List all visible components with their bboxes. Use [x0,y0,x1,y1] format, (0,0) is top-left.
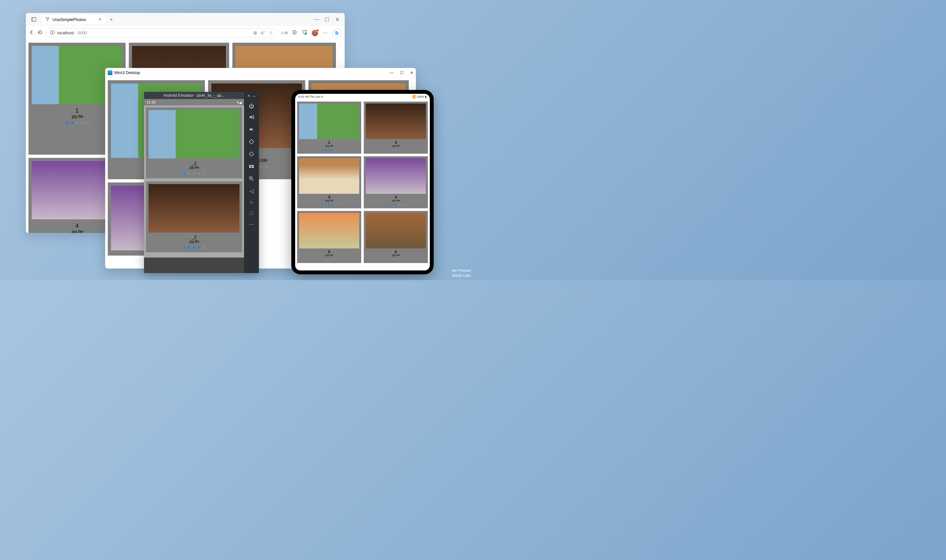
browser-titlebar: UnoSimplePhotos ✕ ＋ — ☐ ✕ [26,13,345,26]
photo-tile[interactable]: 3 .jpg file ★★★★☆ [297,156,361,208]
rating[interactable]: ☆☆☆☆☆ [299,258,359,261]
maximize-button[interactable]: ☐ [325,17,329,23]
rating[interactable]: ★☆☆☆☆ [149,171,239,176]
power-icon[interactable]: ⏻ [249,103,254,109]
android-emulator: Android Emulator - pixel_3a_-_ap... 11:4… [144,92,259,273]
photo-tile[interactable]: 2 .jpg file ★☆☆☆☆ [364,102,428,154]
ipad-screen: 9:53 AM Thu Jun 8 📶 100% ▮ 1 .jpg file ★… [295,94,430,271]
photo-title: 1 [299,140,359,144]
winui-title: WinUI Desktop [114,71,140,75]
minimize-button[interactable]: — [314,17,319,23]
tab-close-icon[interactable]: ✕ [99,17,102,22]
tab-title: UnoSimplePhotos [52,17,86,22]
ipad-time: 9:53 AM Thu Jun 8 [298,95,323,98]
photo-sub: .jpg file [299,199,359,202]
svg-rect-2 [46,17,48,19]
winui-titlebar: WinUI Desktop — ☐ ✕ [105,68,416,78]
photo-title: 5 [299,250,359,254]
rating[interactable]: ★★★★☆ [149,245,239,250]
photo-tile[interactable]: _2 .jpg file ★★★★☆ [146,182,242,252]
photo-tile[interactable]: 5 .jpg file ☆☆☆☆☆ [297,211,361,263]
volume-up-icon[interactable] [248,114,254,121]
android-statusbar: 11:42 ▾◢ [144,99,244,105]
android-content: _1 .jpg file ★☆☆☆☆ _2 .jpg file ★★★★☆ [144,105,244,257]
back-button[interactable] [29,30,34,36]
photo-tile[interactable]: _1 .jpg file ★☆☆☆☆ [146,108,242,178]
volume-down-icon[interactable] [248,126,254,134]
photo-tile[interactable]: 1 .jpg file ★★★★☆ [297,102,361,154]
ipad-grid: 1 .jpg file ★★★★☆ 2 .jpg file ★☆☆☆☆ 3 .j… [297,102,428,263]
site-info-icon[interactable] [50,30,55,35]
photo-sub: .jpg file [366,144,426,147]
photo-thumb [299,103,359,139]
extensions-icon[interactable]: ⊞ [253,31,257,35]
rating[interactable]: ★★★☆☆ [366,203,426,206]
svg-line-17 [252,179,253,180]
emu-close-button[interactable]: ✕ [247,94,250,98]
photo-title: 4 [366,195,426,199]
photo-thumb [299,158,359,194]
photo-title: _1 [149,160,239,166]
heartbeat-icon[interactable] [302,30,307,36]
favorite-icon[interactable]: ☆ [269,31,273,35]
photo-thumb [366,213,426,248]
bing-button[interactable]: b [332,28,341,37]
read-aloud-icon[interactable]: A» [261,31,265,35]
profile-avatar[interactable] [312,30,318,36]
photo-sub: .jpg file [299,254,359,257]
photo-title: 6 [366,250,426,254]
back-nav-icon[interactable]: ◁ [250,188,253,194]
svg-rect-7 [52,32,52,34]
ipad-device: 9:53 AM Thu Jun 8 📶 100% ▮ 1 .jpg file ★… [291,90,434,274]
sidebar-toggle-icon[interactable] [30,15,37,23]
photo-thumb [299,213,359,248]
photo-tile[interactable]: 4 .jpg file ★★★☆☆ [364,156,428,208]
android-device: Android Emulator - pixel_3a_-_ap... 11:4… [144,92,244,273]
photo-sub: .jpg file [366,199,426,202]
menu-icon[interactable]: ⋯ [323,30,328,36]
uno-favicon-icon [45,17,50,22]
svg-rect-3 [48,17,49,19]
overview-nav-icon[interactable]: □ [250,210,253,216]
url-host: localhost [57,31,74,35]
photo-sub: .jpg file [149,240,239,243]
camera-icon[interactable] [248,163,254,171]
ipad-statusbar: 9:53 AM Thu Jun 8 📶 100% ▮ [295,94,430,100]
home-nav-icon[interactable]: ○ [250,199,253,205]
photo-sub: .jpg file [149,166,239,169]
photo-tile[interactable]: 6 .jpg file ☆☆☆☆☆ [364,211,428,263]
more-icon[interactable]: ⋯ [249,221,254,228]
android-emu-sidebar: ✕ — ⏻ ◁ ○ □ ⋯ [244,92,259,273]
android-clock: 11:42 [146,100,156,104]
emu-minimize-button[interactable]: — [252,94,256,98]
browser-toolbar: localhost:5000 ⊞ A» ☆ ☆≡ ⋯ b [26,26,345,40]
rotate-left-icon[interactable] [248,139,254,146]
collections-icon[interactable] [292,30,297,36]
url-port: :5000 [76,31,87,35]
photo-thumb [366,158,426,194]
close-window-button[interactable]: ✕ [335,17,339,23]
new-tab-button[interactable]: ＋ [109,16,114,23]
zoom-icon[interactable] [248,176,254,183]
svg-point-15 [251,166,252,167]
rating[interactable]: ★★★★☆ [299,149,359,152]
maximize-button[interactable]: ☐ [400,71,404,75]
close-window-button[interactable]: ✕ [410,71,413,75]
address-bar[interactable]: localhost:5000 ⊞ A» ☆ [46,28,277,38]
favorites-bar-icon[interactable]: ☆≡ [280,30,288,36]
browser-tab[interactable]: UnoSimplePhotos ✕ [42,15,105,24]
android-status-icons: ▾◢ [237,100,242,105]
rating[interactable]: ☆☆☆☆☆ [366,258,426,261]
svg-rect-0 [31,17,36,22]
rating[interactable]: ★★★★☆ [299,203,359,206]
rotate-right-icon[interactable] [248,151,254,158]
android-emu-title: Android Emulator - pixel_3a_-_ap... [144,92,244,99]
rating[interactable]: ★☆☆☆☆ [366,149,426,152]
refresh-button[interactable] [37,30,43,36]
photo-title: _2 [149,235,239,240]
winui-app-icon [108,71,112,75]
photo-thumb [366,103,426,139]
photo-thumb [149,184,239,232]
insider-preview-watermark: der Preview 30526-1341 [450,268,473,279]
minimize-button[interactable]: — [390,71,394,75]
